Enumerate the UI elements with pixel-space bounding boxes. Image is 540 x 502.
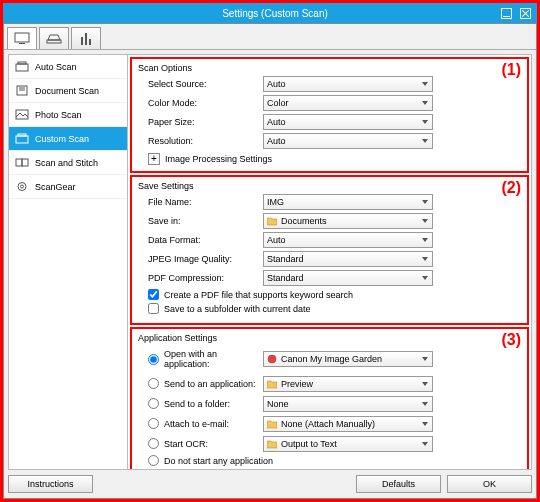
save-in-select[interactable]: Documents: [263, 213, 433, 229]
svg-rect-10: [18, 134, 26, 136]
sidebar-label: Custom Scan: [35, 134, 89, 144]
plus-icon: +: [148, 153, 160, 165]
save-settings-group: Save Settings (2) File Name:IMG Save in:…: [130, 175, 529, 325]
photo-scan-icon: [15, 109, 29, 120]
jpeg-quality-label: JPEG Image Quality:: [148, 254, 263, 264]
pdf-compression-label: PDF Compression:: [148, 273, 263, 283]
callout-2: (2): [501, 179, 521, 197]
title-bar: Settings (Custom Scan): [3, 3, 537, 23]
send-to-folder-select[interactable]: None: [263, 396, 433, 412]
monitor-icon: [14, 32, 30, 45]
general-settings-tab[interactable]: [71, 27, 101, 49]
paper-size-select[interactable]: Auto: [263, 114, 433, 130]
data-format-select[interactable]: Auto: [263, 232, 433, 248]
sidebar-label: Scan and Stitch: [35, 158, 98, 168]
group-title: Scan Options: [138, 63, 521, 73]
jpeg-quality-select[interactable]: Standard: [263, 251, 433, 267]
main-panel: Scan Options (1) Select Source:Auto Colo…: [128, 54, 532, 470]
defaults-button[interactable]: Defaults: [356, 475, 441, 493]
keyword-search-checkbox[interactable]: Create a PDF file that supports keyword …: [138, 289, 521, 300]
open-with-radio[interactable]: Open with an application:: [148, 349, 263, 369]
svg-rect-9: [16, 136, 28, 143]
svg-rect-12: [22, 159, 28, 166]
attach-email-radio[interactable]: Attach to e-mail:: [148, 418, 263, 429]
folder-icon: [267, 419, 277, 429]
document-scan-icon: [15, 85, 29, 96]
resolution-select[interactable]: Auto: [263, 133, 433, 149]
ok-button[interactable]: OK: [447, 475, 532, 493]
app-icon: [267, 354, 277, 364]
svg-rect-11: [16, 159, 22, 166]
sidebar-item-custom-scan[interactable]: Custom Scan: [9, 127, 127, 151]
sidebar-item-scan-and-stitch[interactable]: Scan and Stitch: [9, 151, 127, 175]
color-mode-label: Color Mode:: [148, 98, 263, 108]
sidebar-item-auto-scan[interactable]: Auto Scan: [9, 55, 127, 79]
callout-1: (1): [501, 61, 521, 79]
top-tabs: [4, 24, 536, 50]
folder-icon: [267, 439, 277, 449]
send-to-app-select[interactable]: Preview: [263, 376, 433, 392]
footer: Instructions Defaults OK: [8, 475, 532, 493]
start-ocr-radio[interactable]: Start OCR:: [148, 438, 263, 449]
save-in-label: Save in:: [148, 216, 263, 226]
svg-point-13: [18, 183, 26, 191]
svg-point-15: [268, 355, 276, 363]
send-to-folder-radio[interactable]: Send to a folder:: [148, 398, 263, 409]
window-title: Settings (Custom Scan): [49, 8, 501, 19]
sidebar-label: Auto Scan: [35, 62, 77, 72]
open-with-select[interactable]: Canon My Image Garden: [263, 351, 433, 367]
svg-rect-4: [18, 62, 26, 64]
sidebar: Auto Scan Document Scan Photo Scan Custo…: [8, 54, 128, 470]
select-source-select[interactable]: Auto: [263, 76, 433, 92]
stitch-icon: [15, 157, 29, 168]
callout-3: (3): [501, 331, 521, 349]
scan-from-panel-tab[interactable]: [39, 27, 69, 49]
select-source-label: Select Source:: [148, 79, 263, 89]
folder-icon: [267, 216, 277, 226]
sidebar-label: Document Scan: [35, 86, 99, 96]
close-button[interactable]: [520, 8, 531, 19]
auto-scan-icon: [15, 61, 29, 72]
do-not-start-radio[interactable]: Do not start any application: [138, 455, 521, 466]
sidebar-label: Photo Scan: [35, 110, 82, 120]
group-title: Application Settings: [138, 333, 521, 343]
scan-from-computer-tab[interactable]: [7, 27, 37, 49]
sidebar-item-photo-scan[interactable]: Photo Scan: [9, 103, 127, 127]
svg-rect-1: [19, 43, 25, 44]
file-name-label: File Name:: [148, 197, 263, 207]
resolution-label: Resolution:: [148, 136, 263, 146]
sidebar-item-scan-gear[interactable]: ScanGear: [9, 175, 127, 199]
svg-rect-0: [15, 33, 29, 42]
minimize-button[interactable]: [501, 8, 512, 19]
scan-options-group: Scan Options (1) Select Source:Auto Colo…: [130, 57, 529, 173]
image-processing-toggle[interactable]: +Image Processing Settings: [138, 153, 521, 165]
start-ocr-select[interactable]: Output to Text: [263, 436, 433, 452]
scangear-icon: [15, 181, 29, 192]
file-name-input[interactable]: IMG: [263, 194, 433, 210]
more-functions-button[interactable]: More Functions: [263, 469, 433, 470]
scanner-icon: [46, 33, 62, 44]
data-format-label: Data Format:: [148, 235, 263, 245]
group-title: Save Settings: [138, 181, 521, 191]
color-mode-select[interactable]: Color: [263, 95, 433, 111]
instructions-button[interactable]: Instructions: [8, 475, 93, 493]
sliders-icon: [81, 33, 91, 45]
pdf-compression-select[interactable]: Standard: [263, 270, 433, 286]
folder-icon: [267, 379, 277, 389]
svg-rect-3: [16, 64, 28, 71]
send-to-app-radio[interactable]: Send to an application:: [148, 378, 263, 389]
sidebar-item-document-scan[interactable]: Document Scan: [9, 79, 127, 103]
svg-point-14: [21, 185, 24, 188]
subfolder-checkbox[interactable]: Save to a subfolder with current date: [138, 303, 521, 314]
svg-rect-2: [47, 40, 61, 43]
sidebar-label: ScanGear: [35, 182, 76, 192]
custom-scan-icon: [15, 133, 29, 144]
paper-size-label: Paper Size:: [148, 117, 263, 127]
application-settings-group: Application Settings (3) Open with an ap…: [130, 327, 529, 470]
attach-email-select[interactable]: None (Attach Manually): [263, 416, 433, 432]
